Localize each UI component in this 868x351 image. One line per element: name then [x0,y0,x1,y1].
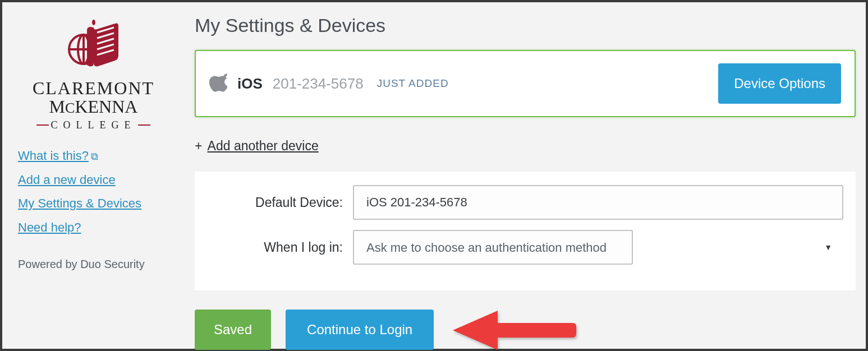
page-title: My Settings & Devices [195,15,856,36]
device-os: iOS [237,75,263,93]
org-name-line1: CLAREMONT [18,78,169,99]
device-info: iOS 201-234-5678 JUST ADDED [209,73,449,94]
add-another-label: Add another device [208,138,319,153]
sidebar-nav: What is this?⧉ Add a new device My Setti… [18,148,169,235]
plus-icon: + [195,138,202,153]
just-added-badge: JUST ADDED [377,77,449,90]
sidebar: CLAREMONT MCKENNA COLLEGE What is this?⧉… [2,2,185,349]
org-crest-icon [66,19,122,72]
org-sub: COLLEGE [18,119,169,131]
apple-icon [209,73,227,94]
default-device-label: Default Device: [207,195,353,210]
add-another-device[interactable]: + Add another device [195,138,856,154]
external-link-icon: ⧉ [91,150,98,163]
chevron-down-icon: ▼ [824,243,832,252]
login-action-row: When I log in: Ask me to choose an authe… [207,230,843,265]
link-add-device[interactable]: Add a new device [18,172,169,188]
powered-by: Powered by Duo Security [18,258,169,271]
org-name-line2: MCKENNA [18,96,169,117]
default-device-row: Default Device: [207,185,843,220]
settings-panel: Default Device: When I log in: Ask me to… [195,172,856,290]
login-action-label: When I log in: [207,240,353,255]
svg-rect-5 [492,323,576,338]
org-logo: CLAREMONT MCKENNA COLLEGE [18,19,169,131]
default-device-input[interactable] [353,185,843,220]
link-what-is-this[interactable]: What is this?⧉ [18,148,169,164]
action-row: Saved Continue to Login [195,307,856,351]
annotation-arrow-icon [453,307,576,351]
link-my-settings[interactable]: My Settings & Devices [18,196,169,212]
device-number: 201-234-5678 [273,75,364,93]
svg-marker-6 [453,311,498,350]
link-need-help[interactable]: Need help? [18,220,169,236]
saved-button[interactable]: Saved [195,310,271,350]
device-card: iOS 201-234-5678 JUST ADDED Device Optio… [195,50,856,117]
main-content: My Settings & Devices iOS 201-234-5678 J… [185,2,866,349]
device-options-button[interactable]: Device Options [718,63,841,104]
login-action-select[interactable]: Ask me to choose an authentication metho… [353,230,633,265]
continue-to-login-button[interactable]: Continue to Login [286,310,434,350]
svg-point-4 [92,20,95,25]
app-frame: CLAREMONT MCKENNA COLLEGE What is this?⧉… [0,0,868,351]
